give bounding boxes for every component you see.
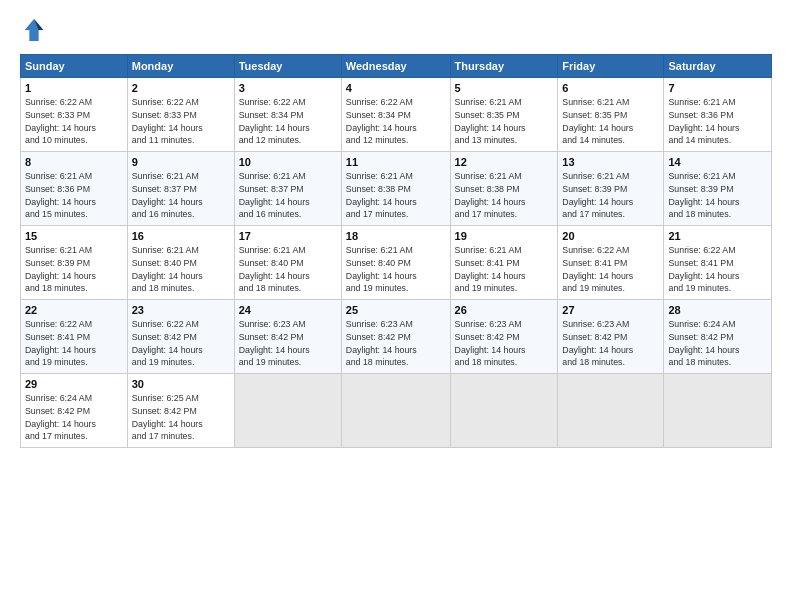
day-info: Sunrise: 6:23 AM Sunset: 8:42 PM Dayligh… [562,318,659,369]
day-number: 5 [455,82,554,94]
calendar-week-4: 22Sunrise: 6:22 AM Sunset: 8:41 PM Dayli… [21,300,772,374]
logo [20,16,52,44]
day-info: Sunrise: 6:21 AM Sunset: 8:36 PM Dayligh… [668,96,767,147]
day-info: Sunrise: 6:22 AM Sunset: 8:42 PM Dayligh… [132,318,230,369]
calendar-week-5: 29Sunrise: 6:24 AM Sunset: 8:42 PM Dayli… [21,374,772,448]
weekday-header-thursday: Thursday [450,55,558,78]
calendar-cell: 22Sunrise: 6:22 AM Sunset: 8:41 PM Dayli… [21,300,128,374]
calendar-cell: 2Sunrise: 6:22 AM Sunset: 8:33 PM Daylig… [127,78,234,152]
day-number: 27 [562,304,659,316]
day-number: 2 [132,82,230,94]
day-info: Sunrise: 6:21 AM Sunset: 8:37 PM Dayligh… [132,170,230,221]
day-info: Sunrise: 6:21 AM Sunset: 8:36 PM Dayligh… [25,170,123,221]
header [20,16,772,44]
day-number: 12 [455,156,554,168]
day-number: 8 [25,156,123,168]
calendar-cell: 30Sunrise: 6:25 AM Sunset: 8:42 PM Dayli… [127,374,234,448]
weekday-header-tuesday: Tuesday [234,55,341,78]
calendar-cell: 27Sunrise: 6:23 AM Sunset: 8:42 PM Dayli… [558,300,664,374]
calendar-cell: 21Sunrise: 6:22 AM Sunset: 8:41 PM Dayli… [664,226,772,300]
day-info: Sunrise: 6:22 AM Sunset: 8:34 PM Dayligh… [239,96,337,147]
day-info: Sunrise: 6:21 AM Sunset: 8:41 PM Dayligh… [455,244,554,295]
day-info: Sunrise: 6:21 AM Sunset: 8:40 PM Dayligh… [239,244,337,295]
calendar-cell: 26Sunrise: 6:23 AM Sunset: 8:42 PM Dayli… [450,300,558,374]
day-info: Sunrise: 6:22 AM Sunset: 8:33 PM Dayligh… [132,96,230,147]
calendar-cell: 3Sunrise: 6:22 AM Sunset: 8:34 PM Daylig… [234,78,341,152]
calendar-cell: 1Sunrise: 6:22 AM Sunset: 8:33 PM Daylig… [21,78,128,152]
day-info: Sunrise: 6:21 AM Sunset: 8:39 PM Dayligh… [668,170,767,221]
weekday-header-sunday: Sunday [21,55,128,78]
calendar-header-row: SundayMondayTuesdayWednesdayThursdayFrid… [21,55,772,78]
day-number: 22 [25,304,123,316]
day-number: 3 [239,82,337,94]
weekday-header-friday: Friday [558,55,664,78]
day-info: Sunrise: 6:21 AM Sunset: 8:40 PM Dayligh… [346,244,446,295]
day-info: Sunrise: 6:23 AM Sunset: 8:42 PM Dayligh… [346,318,446,369]
day-number: 7 [668,82,767,94]
day-info: Sunrise: 6:21 AM Sunset: 8:35 PM Dayligh… [562,96,659,147]
day-number: 6 [562,82,659,94]
calendar-cell: 15Sunrise: 6:21 AM Sunset: 8:39 PM Dayli… [21,226,128,300]
page: SundayMondayTuesdayWednesdayThursdayFrid… [0,0,792,612]
day-number: 21 [668,230,767,242]
day-number: 4 [346,82,446,94]
day-info: Sunrise: 6:24 AM Sunset: 8:42 PM Dayligh… [668,318,767,369]
day-number: 18 [346,230,446,242]
weekday-header-saturday: Saturday [664,55,772,78]
calendar-cell: 28Sunrise: 6:24 AM Sunset: 8:42 PM Dayli… [664,300,772,374]
calendar-cell [341,374,450,448]
day-number: 29 [25,378,123,390]
calendar-cell [664,374,772,448]
calendar-cell: 18Sunrise: 6:21 AM Sunset: 8:40 PM Dayli… [341,226,450,300]
calendar-table: SundayMondayTuesdayWednesdayThursdayFrid… [20,54,772,448]
calendar-cell: 14Sunrise: 6:21 AM Sunset: 8:39 PM Dayli… [664,152,772,226]
day-info: Sunrise: 6:21 AM Sunset: 8:35 PM Dayligh… [455,96,554,147]
calendar-cell: 4Sunrise: 6:22 AM Sunset: 8:34 PM Daylig… [341,78,450,152]
day-number: 1 [25,82,123,94]
weekday-header-monday: Monday [127,55,234,78]
day-info: Sunrise: 6:21 AM Sunset: 8:40 PM Dayligh… [132,244,230,295]
calendar-body: 1Sunrise: 6:22 AM Sunset: 8:33 PM Daylig… [21,78,772,448]
calendar-cell: 12Sunrise: 6:21 AM Sunset: 8:38 PM Dayli… [450,152,558,226]
day-info: Sunrise: 6:25 AM Sunset: 8:42 PM Dayligh… [132,392,230,443]
calendar-cell: 6Sunrise: 6:21 AM Sunset: 8:35 PM Daylig… [558,78,664,152]
calendar-cell: 24Sunrise: 6:23 AM Sunset: 8:42 PM Dayli… [234,300,341,374]
day-info: Sunrise: 6:21 AM Sunset: 8:38 PM Dayligh… [455,170,554,221]
calendar-cell: 10Sunrise: 6:21 AM Sunset: 8:37 PM Dayli… [234,152,341,226]
day-number: 9 [132,156,230,168]
calendar-cell [234,374,341,448]
day-number: 30 [132,378,230,390]
calendar-cell [450,374,558,448]
calendar-week-2: 8Sunrise: 6:21 AM Sunset: 8:36 PM Daylig… [21,152,772,226]
calendar-week-3: 15Sunrise: 6:21 AM Sunset: 8:39 PM Dayli… [21,226,772,300]
day-info: Sunrise: 6:21 AM Sunset: 8:37 PM Dayligh… [239,170,337,221]
day-number: 23 [132,304,230,316]
day-number: 17 [239,230,337,242]
calendar-cell: 17Sunrise: 6:21 AM Sunset: 8:40 PM Dayli… [234,226,341,300]
calendar-cell: 5Sunrise: 6:21 AM Sunset: 8:35 PM Daylig… [450,78,558,152]
day-number: 26 [455,304,554,316]
day-number: 24 [239,304,337,316]
day-info: Sunrise: 6:22 AM Sunset: 8:41 PM Dayligh… [25,318,123,369]
calendar-cell: 9Sunrise: 6:21 AM Sunset: 8:37 PM Daylig… [127,152,234,226]
day-number: 19 [455,230,554,242]
day-number: 15 [25,230,123,242]
calendar-cell: 13Sunrise: 6:21 AM Sunset: 8:39 PM Dayli… [558,152,664,226]
day-number: 14 [668,156,767,168]
day-number: 25 [346,304,446,316]
logo-icon [20,16,48,44]
day-info: Sunrise: 6:21 AM Sunset: 8:39 PM Dayligh… [562,170,659,221]
calendar-cell: 16Sunrise: 6:21 AM Sunset: 8:40 PM Dayli… [127,226,234,300]
calendar-cell: 20Sunrise: 6:22 AM Sunset: 8:41 PM Dayli… [558,226,664,300]
day-info: Sunrise: 6:21 AM Sunset: 8:39 PM Dayligh… [25,244,123,295]
calendar-cell: 8Sunrise: 6:21 AM Sunset: 8:36 PM Daylig… [21,152,128,226]
calendar-cell [558,374,664,448]
calendar-cell: 11Sunrise: 6:21 AM Sunset: 8:38 PM Dayli… [341,152,450,226]
day-info: Sunrise: 6:22 AM Sunset: 8:41 PM Dayligh… [668,244,767,295]
day-info: Sunrise: 6:23 AM Sunset: 8:42 PM Dayligh… [455,318,554,369]
calendar-week-1: 1Sunrise: 6:22 AM Sunset: 8:33 PM Daylig… [21,78,772,152]
day-number: 13 [562,156,659,168]
day-info: Sunrise: 6:22 AM Sunset: 8:41 PM Dayligh… [562,244,659,295]
day-number: 11 [346,156,446,168]
day-info: Sunrise: 6:22 AM Sunset: 8:33 PM Dayligh… [25,96,123,147]
